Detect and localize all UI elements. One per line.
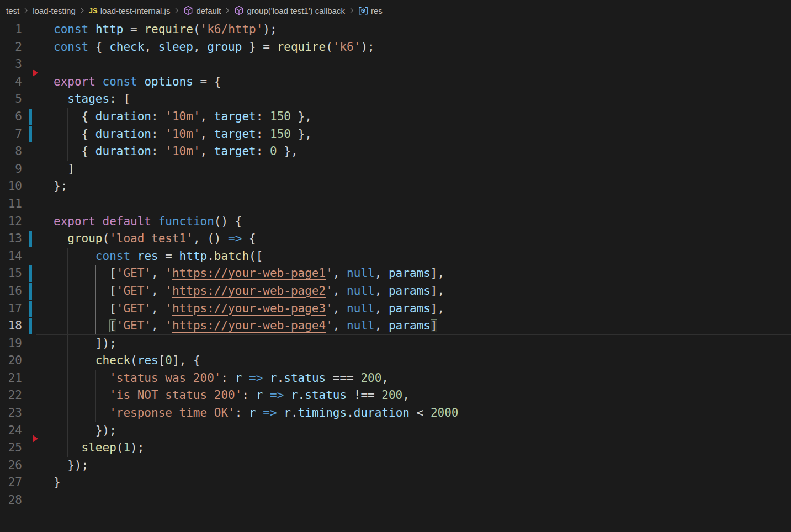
code-token: .: [291, 406, 298, 419]
code-line-content: ['GET', 'https://your-web-page3', null, …: [36, 300, 791, 318]
gutter[interactable]: 18: [0, 317, 36, 335]
gutter[interactable]: 3: [0, 56, 36, 73]
code-token: const: [95, 249, 130, 263]
gutter[interactable]: 22: [0, 387, 36, 405]
code-token: ],: [431, 284, 444, 297]
gutter[interactable]: 11: [0, 195, 36, 213]
breadcrumb-item-test[interactable]: test: [6, 6, 19, 15]
code-token: 'load test1': [109, 232, 193, 245]
code-token: params: [389, 302, 431, 315]
gutter[interactable]: 5: [0, 91, 36, 108]
url-link[interactable]: https://your-web-page4: [172, 319, 326, 332]
code-line-3[interactable]: 3: [0, 56, 791, 73]
code-token: ,: [402, 389, 410, 402]
gutter[interactable]: 4: [0, 73, 36, 91]
gutter[interactable]: 21: [0, 370, 36, 387]
indent-guide: [54, 91, 54, 108]
gutter[interactable]: 12: [0, 213, 36, 231]
code-line-8[interactable]: 8 { duration: '10m', target: 0 },: [0, 143, 791, 161]
code-token: );: [263, 23, 277, 36]
code-line-20[interactable]: 20 check(res[0], {: [0, 352, 791, 370]
symbol-function-icon: [234, 6, 244, 15]
gutter[interactable]: 23: [0, 405, 36, 422]
code-token: ,: [375, 319, 389, 332]
code-line-24[interactable]: 24 });: [0, 422, 791, 440]
gutter[interactable]: 13: [0, 230, 36, 248]
code-token: 'GET': [116, 302, 151, 315]
gutter[interactable]: 17: [0, 300, 36, 318]
code-token: 'is NOT status 200': [109, 389, 242, 402]
code-line-23[interactable]: 23 'response time OK': r => r.timings.du…: [0, 405, 791, 422]
code-line-5[interactable]: 5 stages: [: [0, 91, 791, 108]
gutter[interactable]: 15: [0, 265, 36, 283]
code-line-9[interactable]: 9 ]: [0, 161, 791, 178]
code-line-1[interactable]: 1const http = require('k6/http');: [0, 21, 791, 39]
code-line-28[interactable]: 28: [0, 492, 791, 509]
gutter[interactable]: 20: [0, 352, 36, 370]
code-line-2[interactable]: 2const { check, sleep, group } = require…: [0, 39, 791, 56]
code-line-19[interactable]: 19 ]);: [0, 335, 791, 353]
code-token: 'k6/http': [200, 23, 263, 36]
breadcrumb-item-group-load-test1-callback[interactable]: group('load test1') callback: [234, 6, 345, 15]
gutter[interactable]: 25: [0, 439, 36, 457]
line-number: 23: [8, 405, 22, 422]
code-line-16[interactable]: 16 ['GET', 'https://your-web-page2', nul…: [0, 283, 791, 300]
gutter[interactable]: 10: [0, 178, 36, 195]
code-line-27[interactable]: 27}: [0, 474, 791, 492]
code-token: : [: [109, 92, 130, 105]
code-token: ,: [333, 319, 347, 332]
breadcrumb-item-load-testing[interactable]: load-testing: [33, 6, 76, 15]
breadcrumb-item-load-test-internal-js[interactable]: JSload-test-internal.js: [89, 6, 171, 15]
breadcrumb-item-default[interactable]: default: [183, 6, 221, 15]
code-token: [263, 371, 270, 385]
gutter[interactable]: 7: [0, 126, 36, 143]
gutter[interactable]: 28: [0, 492, 36, 509]
gutter[interactable]: 2: [0, 39, 36, 56]
gutter[interactable]: 16: [0, 283, 36, 300]
code-token: export: [54, 75, 95, 88]
code-line-15[interactable]: 15 ['GET', 'https://your-web-page1', nul…: [0, 265, 791, 283]
gutter[interactable]: 9: [0, 161, 36, 178]
code-line-21[interactable]: 21 'status was 200': r => r.status === 2…: [0, 370, 791, 387]
gutter[interactable]: 26: [0, 457, 36, 475]
indent-guide: [54, 457, 54, 475]
line-number: 3: [15, 56, 22, 73]
gutter[interactable]: 14: [0, 248, 36, 265]
code-token: .: [207, 249, 214, 263]
gutter[interactable]: 6: [0, 108, 36, 126]
indent-guide: [82, 370, 82, 387]
code-line-6[interactable]: 6 { duration: '10m', target: 150 },: [0, 108, 791, 126]
code-token: {: [54, 127, 95, 141]
code-line-26[interactable]: 26 });: [0, 457, 791, 475]
code-line-17[interactable]: 17 ['GET', 'https://your-web-page3', nul…: [0, 300, 791, 318]
code-line-7[interactable]: 7 { duration: '10m', target: 150 },: [0, 126, 791, 143]
line-number: 2: [15, 39, 22, 56]
code-line-content: sleep(1);: [36, 439, 791, 457]
code-line-4[interactable]: 4export const options = {: [0, 73, 791, 91]
gutter[interactable]: 24: [0, 422, 36, 440]
indent-guide: [82, 422, 82, 440]
code-token: status: [284, 371, 326, 385]
breadcrumb-item-res[interactable]: res: [358, 6, 383, 15]
gutter[interactable]: 1: [0, 21, 36, 39]
gutter[interactable]: 8: [0, 143, 36, 161]
code-token: ]);: [54, 337, 116, 350]
code-line-13[interactable]: 13 group('load test1', () => {: [0, 230, 791, 248]
code-line-25[interactable]: 25 sleep(1);: [0, 439, 791, 457]
gutter[interactable]: 19: [0, 335, 36, 353]
code-line-10[interactable]: 10};: [0, 178, 791, 195]
code-line-18[interactable]: 18 ['GET', 'https://your-web-page4', nul…: [0, 317, 791, 335]
code-token: [: [158, 354, 166, 367]
gutter[interactable]: 27: [0, 474, 36, 492]
indent-guide: [95, 370, 96, 387]
code-line-11[interactable]: 11: [0, 195, 791, 213]
code-token: ,: [200, 127, 214, 141]
url-link[interactable]: https://your-web-page3: [172, 302, 326, 315]
code-token: [95, 215, 103, 228]
url-link[interactable]: https://your-web-page1: [172, 267, 326, 280]
url-link[interactable]: https://your-web-page2: [172, 284, 326, 297]
indent-guide: [82, 317, 82, 335]
code-line-12[interactable]: 12export default function() {: [0, 213, 791, 231]
code-line-22[interactable]: 22 'is NOT status 200': r => r.status !=…: [0, 387, 791, 405]
code-line-14[interactable]: 14 const res = http.batch([: [0, 248, 791, 265]
